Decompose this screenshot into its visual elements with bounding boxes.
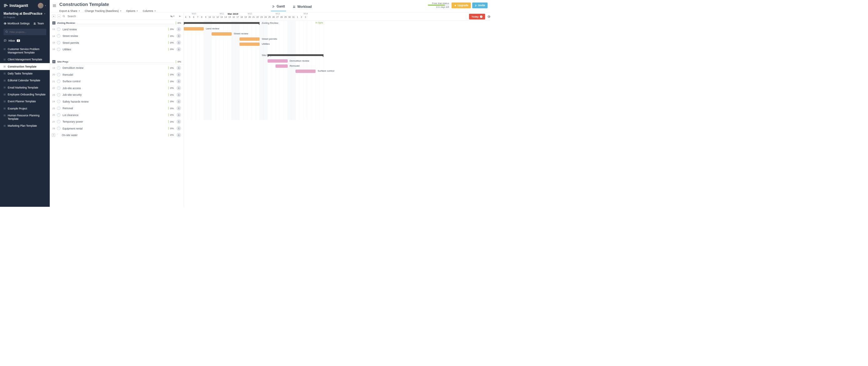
workspace-switcher[interactable]: Marketing at BestPractice ▼: [3, 12, 46, 16]
task-row[interactable]: 24Safety hazards review0%: [50, 98, 184, 105]
today-button[interactable]: Today 🕐: [469, 14, 485, 20]
check-circle-icon[interactable]: [57, 100, 60, 103]
menu-options[interactable]: Options▼: [126, 9, 138, 12]
search-input[interactable]: [67, 14, 120, 19]
team-link[interactable]: Team: [33, 22, 44, 25]
check-circle-icon[interactable]: [57, 86, 60, 90]
check-circle-icon[interactable]: [57, 73, 60, 76]
sidebar-item-project[interactable]: Customer Service Problem Management Temp…: [0, 46, 50, 56]
check-circle-icon[interactable]: [56, 133, 60, 137]
task-row[interactable]: 25Removal0%: [50, 105, 184, 111]
task-bar[interactable]: [268, 59, 288, 63]
assignee-avatar[interactable]: [176, 126, 181, 131]
sidebar-item-project[interactable]: Human Resource Planning Template: [0, 112, 50, 122]
task-row[interactable]: 26Lot clearance0%: [50, 112, 184, 118]
assignee-avatar[interactable]: [176, 86, 181, 90]
task-row[interactable]: 20Remodel0%: [50, 71, 184, 78]
assignee-avatar[interactable]: [176, 113, 181, 117]
task-number: 15: [52, 41, 57, 44]
check-circle-icon[interactable]: [57, 41, 60, 44]
assignee-avatar[interactable]: [176, 99, 181, 104]
list-icon: [3, 107, 6, 110]
back-arrow-icon[interactable]: [179, 15, 181, 18]
check-circle-icon[interactable]: [57, 28, 60, 31]
check-circle-icon[interactable]: [57, 106, 60, 110]
task-row[interactable]: 21Surface control0%: [50, 78, 184, 85]
percent-filter[interactable]: %: [170, 15, 175, 18]
check-circle-icon[interactable]: [57, 93, 60, 96]
user-menu[interactable]: ▼: [38, 3, 46, 8]
upgrade-button[interactable]: Upgrade: [452, 2, 471, 8]
assignee-avatar[interactable]: [176, 27, 181, 32]
settings-icon[interactable]: [487, 15, 490, 18]
menu-icon[interactable]: [52, 3, 57, 8]
assignee-avatar[interactable]: [176, 119, 181, 124]
filter-projects-input[interactable]: [3, 29, 46, 35]
group-bar[interactable]: [268, 54, 323, 56]
group-header[interactable]: −Site Prep:0%: [50, 59, 184, 65]
menu-columns[interactable]: Columns▼: [143, 9, 156, 12]
tab-gantt[interactable]: Gantt: [271, 3, 286, 11]
sidebar-item-project[interactable]: Event Planner Template: [0, 98, 50, 105]
invite-button[interactable]: Invite: [472, 2, 488, 8]
svg-point-40: [4, 87, 4, 87]
task-row[interactable]: 15Street permits0%: [50, 39, 184, 46]
collapse-icon[interactable]: −: [52, 21, 55, 24]
check-circle-icon[interactable]: [57, 127, 60, 130]
task-bar[interactable]: [212, 32, 232, 35]
assignee-avatar[interactable]: [176, 47, 181, 52]
sidebar-item-project[interactable]: Example Project: [0, 105, 50, 112]
assignee-avatar[interactable]: [176, 133, 181, 137]
task-pct: 0%: [168, 107, 176, 110]
sidebar-item-project[interactable]: Email Marketing Template: [0, 84, 50, 91]
task-bar[interactable]: [276, 64, 287, 67]
task-row[interactable]: 19Demolition review0%: [50, 64, 184, 71]
assignee-avatar[interactable]: [176, 72, 181, 77]
assignee-avatar[interactable]: [176, 92, 181, 97]
sidebar-item-project[interactable]: Daily Tasks Template: [0, 70, 50, 77]
clock-icon: 🕐: [479, 15, 483, 18]
sidebar-item-project[interactable]: Editorial Calendar Template: [0, 77, 50, 84]
brand-logo[interactable]: Instagantt: [3, 3, 28, 8]
task-bar[interactable]: [296, 70, 315, 73]
sidebar-item-project[interactable]: Construction Template: [0, 63, 50, 70]
sidebar-item-project[interactable]: Employee Onboarding Template: [0, 91, 50, 98]
inbox-link[interactable]: Inbox 1: [0, 37, 50, 44]
task-row[interactable]: 27Temporary power0%: [50, 118, 184, 125]
task-bar[interactable]: [240, 37, 259, 41]
group-header[interactable]: −Zoning Review:0%: [50, 20, 184, 26]
task-row[interactable]: 28Equipment rental0%: [50, 125, 184, 131]
task-bar[interactable]: [184, 27, 204, 30]
task-pct: 0%: [168, 114, 176, 116]
sidebar-item-project[interactable]: Marketing Plan Template: [0, 122, 50, 129]
assignee-avatar[interactable]: [176, 66, 181, 70]
menu-export[interactable]: Export & Share▼: [59, 9, 80, 12]
collapse-all-button[interactable]: −: [57, 14, 61, 18]
tab-workload[interactable]: Workload: [291, 3, 313, 11]
task-row[interactable]: +On-site water0%: [50, 132, 184, 138]
assignee-avatar[interactable]: [176, 33, 181, 38]
sidebar-item-project[interactable]: Client Management Template: [0, 56, 50, 63]
collapse-icon[interactable]: −: [52, 60, 55, 63]
svg-point-34: [4, 80, 4, 80]
assignee-avatar[interactable]: [176, 106, 181, 111]
task-row[interactable]: 16Utilities0%: [50, 46, 184, 53]
expand-all-button[interactable]: +: [52, 14, 55, 18]
check-circle-icon[interactable]: [57, 48, 60, 51]
task-row[interactable]: 13Land review0%: [50, 26, 184, 32]
task-row[interactable]: 14Street review0%: [50, 33, 184, 39]
group-bar[interactable]: [184, 22, 260, 24]
assignee-avatar[interactable]: [176, 79, 181, 84]
add-task-button[interactable]: +: [52, 133, 55, 137]
menu-tracking[interactable]: Change Tracking (Baselines)▼: [85, 9, 122, 12]
check-circle-icon[interactable]: [57, 34, 60, 37]
task-bar[interactable]: [240, 42, 259, 46]
check-circle-icon[interactable]: [57, 66, 60, 69]
assignee-avatar[interactable]: [176, 40, 181, 45]
task-row[interactable]: 22Job-site access0%: [50, 85, 184, 91]
check-circle-icon[interactable]: [57, 113, 60, 117]
check-circle-icon[interactable]: [57, 80, 60, 83]
workbook-settings-link[interactable]: Workbook Settings: [3, 22, 29, 25]
task-row[interactable]: 23Job-site security0%: [50, 91, 184, 98]
check-circle-icon[interactable]: [57, 120, 60, 123]
